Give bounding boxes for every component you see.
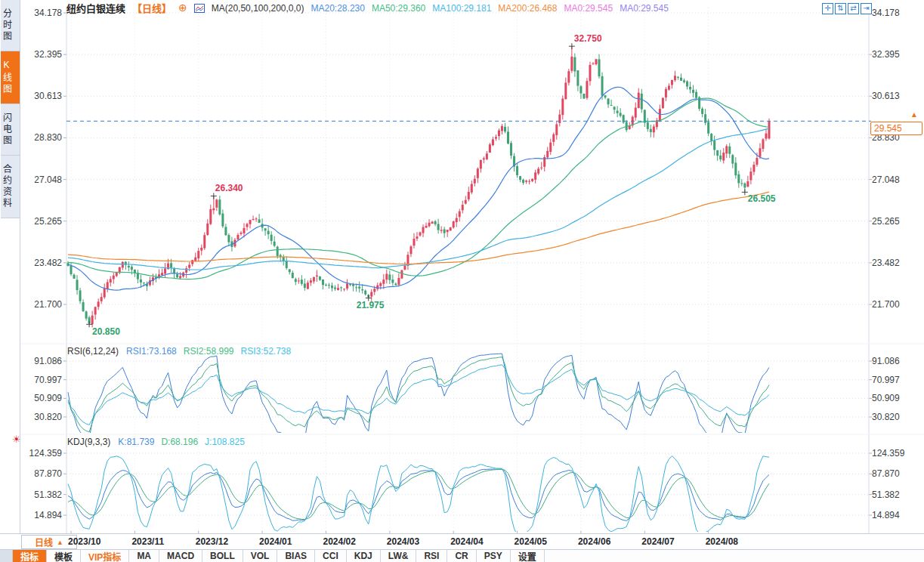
axis-tick-label: 51.382 <box>24 489 62 500</box>
month-label: 2023/10 <box>68 536 100 547</box>
sidebar-tab-分时图[interactable]: 分时图 <box>1 0 20 51</box>
toolbar-item-模板[interactable]: 模板 <box>47 550 81 562</box>
axis-tick-label: 87.870 <box>872 468 900 479</box>
month-label: 2023/11 <box>131 536 164 547</box>
period-selector-label: 日线 <box>35 536 53 548</box>
month-label: 2024/08 <box>706 536 738 547</box>
toolbar-item-指标[interactable]: 指标 <box>13 550 47 562</box>
ma-lines <box>68 87 769 290</box>
axis-tick-label: 27.048 <box>24 174 62 185</box>
ma-value: MA200:26.468 <box>498 3 557 14</box>
chart-type-icon[interactable] <box>194 4 205 13</box>
toolbar-item-设置[interactable]: 设置 <box>511 550 545 562</box>
svg-text:26.340: 26.340 <box>215 183 243 193</box>
candles[interactable] <box>67 46 771 327</box>
kdj-indicator-name[interactable]: KDJ(9,3,3) <box>67 437 110 447</box>
axis-tick-label: 50.909 <box>24 393 62 403</box>
toolbar-item-RSI[interactable]: RSI <box>416 550 447 562</box>
axis-tick-label: 27.048 <box>872 174 900 185</box>
axis-tick-label: 30.820 <box>24 412 62 422</box>
svg-text:20.850: 20.850 <box>92 326 120 337</box>
axis-tick-label: 34.178 <box>872 8 900 18</box>
ma-current-values: MA20:28.230MA50:29.360MA100:29.181MA200:… <box>311 3 675 14</box>
kdj-current-values: K:81.739D:68.196J:108.825 <box>118 437 251 447</box>
axis-tick-label: 124.359 <box>24 448 62 459</box>
chart-header: 纽约白银连续 【日线】 ⊕ MA(20,50,100,200,0,0) MA20… <box>66 2 675 14</box>
chevron-up-icon: ▲ <box>57 539 63 546</box>
add-indicator-icon[interactable]: ⊕ <box>178 3 187 13</box>
toolbar-item-VOL[interactable]: VOL <box>243 550 278 562</box>
ma-value: MA100:29.181 <box>432 3 491 14</box>
scale-vertical-icon[interactable]: ⇅ <box>835 3 846 14</box>
price-up-arrow-icon: ▲ <box>910 110 918 119</box>
axis-tick-label: 14.894 <box>872 510 900 520</box>
toolbar-item-MA[interactable]: MA <box>129 550 159 562</box>
chart-scale-buttons: ✛⇅⇄⇥ <box>822 3 872 14</box>
ma-value: MA0:29.545 <box>620 3 669 14</box>
svg-text:21.975: 21.975 <box>357 300 385 310</box>
toolbar-item-KDJ[interactable]: KDJ <box>347 550 381 562</box>
toolbar-item-BOLL[interactable]: BOLL <box>202 550 243 562</box>
month-label: 2024/03 <box>387 536 419 547</box>
sidebar-tab-合约资料[interactable]: 合约资料 <box>1 156 20 218</box>
axis-tick-label: 32.395 <box>872 49 900 60</box>
rsi-value: RSI3:52.738 <box>240 346 291 357</box>
toolbar-item-LW&[interactable]: LW& <box>381 550 417 562</box>
axis-tick-label: 23.482 <box>872 258 900 268</box>
month-label: 2023/12 <box>196 536 228 547</box>
gridlines <box>20 6 924 535</box>
pan-chart-icon[interactable]: ✛ <box>822 3 833 14</box>
rsi-value: RSI2:58.999 <box>184 346 234 357</box>
instrument-title[interactable]: 纽约白银连续 <box>66 1 125 15</box>
month-label: 2024/01 <box>259 536 292 547</box>
indicator-toolbar: 指标模板VIP指标MAMACDBOLLVOLBIASCCIKDJLW&RSICR… <box>0 549 924 562</box>
app-window: { "header": { "title": "纽约白银连续", "period… <box>0 0 924 562</box>
axis-tick-label: 25.265 <box>872 216 900 227</box>
ma-value: MA0:29.545 <box>564 3 613 14</box>
toolbar-item-BIAS[interactable]: BIAS <box>277 550 315 562</box>
kdj-value: J:108.825 <box>205 437 245 447</box>
toolbar-item-MACD[interactable]: MACD <box>159 550 202 562</box>
axis-tick-label: 28.830 <box>24 132 62 143</box>
toolbar-item-CR[interactable]: CR <box>447 550 476 562</box>
sidebar-tab-闪电图[interactable]: 闪电图 <box>1 104 20 156</box>
month-label: 2024/02 <box>323 536 355 547</box>
axis-tick-label: 91.086 <box>24 356 62 366</box>
chart-canvas[interactable]: 32.75026.34020.85021.97526.505 <box>0 0 924 562</box>
toolbar-corner <box>0 550 13 562</box>
toolbar-item-VIP指标[interactable]: VIP指标 <box>81 550 129 562</box>
rsi-lines <box>68 354 769 440</box>
rsi-indicator-name[interactable]: RSI(6,12,24) <box>67 346 119 357</box>
kdj-value: D:68.196 <box>161 437 198 447</box>
indicator-alert-icon[interactable]: ☀ <box>12 434 21 445</box>
axis-tick-label: 91.086 <box>872 356 900 366</box>
current-price-tag: 29.545 <box>870 122 922 135</box>
axis-tick-label: 70.997 <box>24 375 62 385</box>
axis-tick-label: 21.700 <box>872 299 900 310</box>
period-tag[interactable]: 【日线】 <box>132 1 172 15</box>
toolbar-item-CCI[interactable]: CCI <box>315 550 347 562</box>
rsi-value: RSI1:73.168 <box>126 346 177 357</box>
axis-tick-label: 32.395 <box>24 49 62 60</box>
toolbar-item-PSY[interactable]: PSY <box>477 550 511 562</box>
axis-tick-label: 50.909 <box>872 393 900 403</box>
kdj-panel-header: KDJ(9,3,3) K:81.739D:68.196J:108.825 <box>67 437 252 447</box>
ma-formula-label: MA(20,50,100,200,0,0) <box>212 3 304 14</box>
axis-tick-label: 70.997 <box>872 375 900 385</box>
month-label: 2024/06 <box>578 536 610 547</box>
left-sidebar: 分时图K线图闪电图合约资料 <box>0 0 20 533</box>
axis-tick-label: 23.482 <box>24 258 62 268</box>
month-label: 2024/05 <box>515 536 547 547</box>
scale-horizontal-icon[interactable]: ⇄ <box>848 3 859 14</box>
go-to-latest-icon[interactable]: ⇥ <box>861 3 872 14</box>
time-axis: 日线 ▲ 2023/102023/112023/122024/012024/02… <box>0 533 924 550</box>
kdj-lines <box>68 456 769 537</box>
axis-tick-label: 34.178 <box>24 8 62 18</box>
ma-value: MA20:28.230 <box>311 3 365 14</box>
month-label: 2024/07 <box>641 536 674 547</box>
axis-tick-label: 87.870 <box>24 468 62 479</box>
svg-text:26.505: 26.505 <box>748 193 776 204</box>
axis-tick-label: 30.820 <box>872 412 900 422</box>
axis-tick-label: 14.894 <box>24 510 62 520</box>
sidebar-tab-K线图[interactable]: K线图 <box>1 51 20 104</box>
